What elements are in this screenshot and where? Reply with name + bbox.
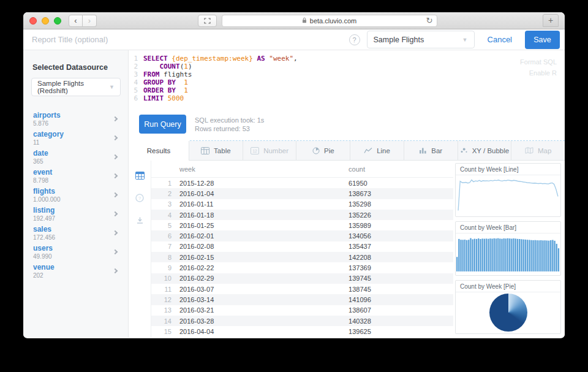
cell-count: 135437 [349,243,453,250]
table-row[interactable]: 42016-01-18135226 [151,210,453,220]
sidebar-table-users[interactable]: users49.990 [31,242,121,261]
browser-window: ‹ › beta.cluvio.com ↻ + Report T [23,12,565,338]
table-row[interactable]: 142016-03-28140328 [151,316,453,326]
minimize-window-button[interactable] [42,17,49,25]
line-number: 3 [129,70,143,78]
page-scale-button[interactable] [198,15,217,27]
new-tab-button[interactable]: + [543,14,559,27]
browser-forward-button[interactable]: › [83,15,97,27]
chart-preview-bar[interactable]: Count by Week [Bar] [455,221,561,275]
line-number: 5 [129,86,143,94]
table-row[interactable]: 62016-02-01134056 [151,230,453,241]
cell-count: 137369 [349,264,453,271]
sql-token: , [293,55,298,63]
sql-line: 6LIMIT 5000 [129,94,565,102]
table-row[interactable]: 122016-03-14141096 [151,294,453,305]
tab-table[interactable]: Table [189,141,243,161]
zoom-window-button[interactable] [54,17,61,25]
table-info: event8.798 [33,168,52,184]
cell-count: 141096 [349,296,453,303]
results-table-header: week count [151,161,453,178]
tab-results[interactable]: Results [129,140,189,161]
table-row[interactable]: 102016-02-29139745 [151,273,453,284]
sql-editor[interactable]: 1SELECT {dep_timestamp:week} AS "week",2… [129,50,565,108]
cell-week: 2015-12-28 [179,180,349,187]
close-window-button[interactable] [29,17,37,25]
sql-token [253,55,257,63]
help-circle-icon[interactable]: ? [135,194,144,202]
sql-line: 2 COUNT(1) [129,63,565,70]
table-info: venue202 [33,263,55,279]
results-table-body: 12015-12-286195022016-01-0413867332016-0… [151,178,453,336]
sidebar-table-listing[interactable]: listing192.497 [31,204,121,223]
table-row[interactable]: 152016-04-04139625 [151,326,453,336]
cell-count: 61950 [349,180,453,187]
cell-week: 2016-04-04 [179,328,349,335]
tab-number[interactable]: 12Number [243,141,296,161]
refresh-icon[interactable]: ↻ [426,16,433,25]
table-name: flights [33,187,61,195]
help-icon[interactable]: ? [349,34,360,45]
chart-preview-line[interactable]: Count by Week [Line] [455,163,561,217]
sql-code: 1SELECT {dep_timestamp:week} AS "week",2… [129,55,565,102]
row-number: 13 [151,306,179,314]
chevron-down-icon: ▼ [462,37,468,43]
tab-line[interactable]: Line [350,141,404,161]
dashboard-select-value: Sample Flights [374,36,424,44]
table-row[interactable]: 32016-01-11135298 [151,199,453,210]
browser-url-bar[interactable]: beta.cluvio.com ↻ [222,15,437,27]
datasource-select[interactable]: Sample Flights (Redshift) ▼ [31,78,121,96]
tab-map[interactable]: Map [511,141,565,161]
table-row[interactable]: 112016-03-07138745 [151,284,453,294]
sidebar-table-venue[interactable]: venue202 [31,261,121,280]
download-icon[interactable] [136,216,144,224]
table-row[interactable]: 22016-01-04138673 [151,188,453,199]
report-title-input[interactable]: Report Title (optional) [32,35,108,44]
tab-xy-bubble[interactable]: XY / Bubble [458,141,511,161]
sql-token: ) [188,63,192,70]
chevron-right-icon [113,135,118,140]
map-icon [525,147,533,154]
table-row[interactable]: 82016-02-15142208 [151,252,453,262]
save-button[interactable]: Save [525,31,560,49]
format-sql-button[interactable]: Format SQL [520,56,557,67]
tab-label: Bar [431,147,442,154]
table-row[interactable]: 72016-02-08135437 [151,241,453,252]
cancel-button[interactable]: Cancel [481,35,518,44]
table-name: airports [33,111,61,120]
browser-back-button[interactable]: ‹ [69,15,83,27]
results-panel: ? week count 12015-12-286 [129,161,565,338]
table-row-count: 1.000.000 [33,196,61,203]
sidebar-table-date[interactable]: date365 [31,147,121,166]
chart-preview-pie[interactable]: Count by Week [Pie] [455,280,561,334]
table-row-count: 192.497 [33,215,55,222]
chart-preview-body [456,175,560,216]
chart-preview-title: Count by Week [Bar] [456,222,560,233]
chart-preview-body [456,233,560,275]
sidebar-table-airports[interactable]: airports5.876 [31,109,121,128]
sidebar-table-event[interactable]: event8.798 [31,166,121,185]
page-scale-icon [204,15,211,26]
row-number: 11 [151,286,179,293]
cell-week: 2016-01-11 [179,200,349,208]
scatter-icon [460,147,468,154]
sidebar-table-flights[interactable]: flights1.000.000 [31,185,121,204]
tab-pie[interactable]: Pie [296,141,350,161]
sidebar-table-sales[interactable]: sales172.456 [31,223,121,242]
table-row[interactable]: 52016-01-25135989 [151,220,453,230]
results-table-icon[interactable] [135,172,145,180]
run-query-button[interactable]: Run Query [139,115,186,134]
tab-bar[interactable]: Bar [404,141,458,161]
table-row[interactable]: 12015-12-2861950 [151,178,453,188]
table-row[interactable]: 92016-02-22137369 [151,262,453,273]
chevron-right-icon [113,173,118,178]
table-row[interactable]: 132016-03-21138607 [151,305,453,316]
sidebar-table-category[interactable]: category11 [31,128,121,147]
cell-count: 138745 [349,286,453,293]
enable-r-button[interactable]: Enable R [520,67,557,78]
pie-chart [489,294,527,332]
report-header: Report Title (optional) ? Sample Flights… [23,29,565,50]
table-info: date365 [33,149,48,165]
dashboard-select[interactable]: Sample Flights ▼ [367,31,475,48]
chevron-right-icon [113,192,118,197]
